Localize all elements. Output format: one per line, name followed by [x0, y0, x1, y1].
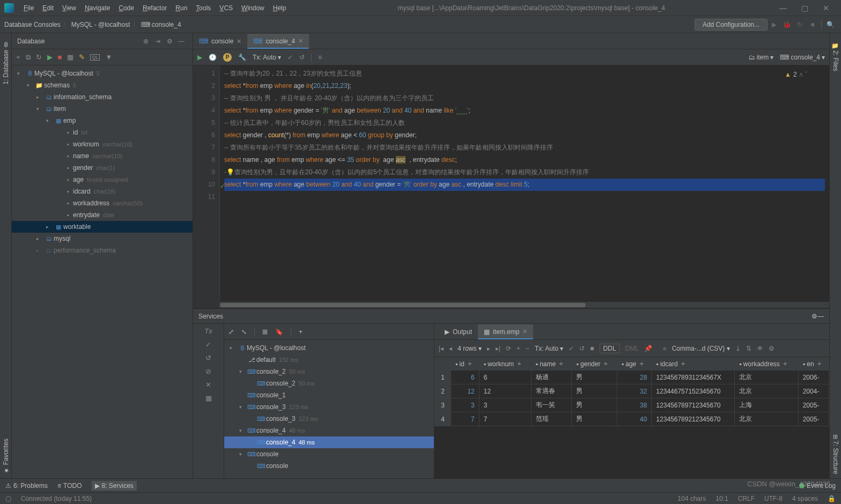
bookmark-icon[interactable]: 🔖: [275, 328, 283, 336]
service-tree-row[interactable]: ▾⌨console_448 ms: [224, 425, 434, 436]
reload-icon[interactable]: ⟳: [506, 345, 511, 352]
rerun-icon[interactable]: ↻: [793, 21, 806, 28]
service-tree-row[interactable]: ▾⌨console: [224, 448, 434, 460]
status-lock-icon[interactable]: 🔒: [828, 495, 836, 502]
tree-row[interactable]: ▪namevarchar(10): [12, 150, 193, 162]
expand-all-icon[interactable]: ⤢: [228, 328, 234, 336]
menu-tools[interactable]: Tools: [191, 2, 215, 14]
problems-tab[interactable]: ⚠ 6: Problems: [5, 482, 48, 490]
tree-row[interactable]: ▪worknumvarchar(10): [12, 138, 193, 150]
collapse-all-icon[interactable]: ⤡: [241, 328, 247, 336]
add-icon[interactable]: +: [16, 53, 20, 61]
service-tree-row[interactable]: ⌨console: [224, 460, 434, 472]
tree-row[interactable]: ▾▦emp: [12, 115, 193, 127]
services-hide-icon[interactable]: —: [817, 313, 824, 320]
services-tab[interactable]: ▶ 8: Services: [92, 481, 137, 491]
tree-row[interactable]: ▾🛢MySQL - @localhost5: [12, 68, 193, 79]
history-icon[interactable]: 🕘: [209, 54, 217, 61]
result-tab[interactable]: ▶Output: [439, 324, 478, 339]
result-grid[interactable]: ▪ id ÷▪ worknum ÷▪ name ÷▪ gender ÷▪ age…: [434, 357, 829, 478]
result-commit-icon[interactable]: ✓: [569, 345, 574, 352]
column-header[interactable]: ▪ gender ÷: [572, 358, 617, 370]
status-indent[interactable]: 4 spaces: [792, 495, 818, 502]
service-tree-row[interactable]: ⌨console_448 ms: [224, 436, 434, 448]
svc-close-icon[interactable]: ✕: [205, 381, 211, 389]
code-editor[interactable]: 12345678910✓11 ▲2 ʌ ˅ -- 查询年龄为20，21，22，2…: [193, 65, 829, 308]
tree-row[interactable]: ▾🗂item: [12, 103, 193, 115]
column-header[interactable]: ▪ idcard ÷: [652, 358, 735, 370]
filter-icon[interactable]: ▼: [105, 53, 112, 61]
menu-vcs[interactable]: VCS: [215, 2, 237, 14]
execute-icon[interactable]: ▶: [47, 53, 53, 61]
table-row[interactable]: 477范瑶男40123456789212345670北京2005-: [435, 412, 829, 426]
last-page-icon[interactable]: ▸|: [496, 345, 500, 352]
settings-icon[interactable]: ⚙: [164, 38, 175, 45]
column-header[interactable]: ▪ en ÷: [798, 358, 829, 370]
rollback-icon[interactable]: ↺: [299, 54, 305, 61]
status-box-icon[interactable]: ▢: [5, 495, 11, 502]
svc-rollback-icon[interactable]: ↺: [205, 354, 211, 362]
stop-db-icon[interactable]: ■: [58, 53, 62, 61]
tx-icon[interactable]: Tx: [204, 327, 212, 335]
group-icon[interactable]: ⊞: [262, 328, 268, 336]
column-header[interactable]: ▪ worknum ÷: [479, 358, 531, 370]
menu-refactor[interactable]: Refactor: [138, 2, 171, 14]
wrench-icon[interactable]: 🔧: [238, 54, 246, 61]
breadcrumb-item[interactable]: ⌨ console_4: [141, 21, 181, 28]
tree-row[interactable]: ▪entrydatedate: [12, 209, 193, 221]
column-header[interactable]: ▪ name ÷: [531, 358, 572, 370]
service-tree-row[interactable]: ⌨console_3123 ms: [224, 413, 434, 425]
favorites-tool-tab[interactable]: ★ Favorites: [1, 434, 11, 478]
format-icon[interactable]: ≡: [318, 54, 322, 61]
svc-cancel-icon[interactable]: ⊘: [205, 367, 211, 375]
column-header[interactable]: ▪ age ÷: [617, 358, 652, 370]
debug-icon[interactable]: 🐞: [780, 21, 793, 28]
database-tool-tab[interactable]: 1: Database 🛢: [1, 38, 11, 89]
stop-icon[interactable]: ■: [806, 21, 819, 28]
next-page-icon[interactable]: ▸: [487, 345, 490, 352]
menu-edit[interactable]: Edit: [38, 2, 58, 14]
column-header[interactable]: ▪ workaddress ÷: [735, 358, 798, 370]
tree-row[interactable]: ▸🗂information_schema: [12, 91, 193, 103]
pin-icon[interactable]: 📌: [644, 345, 652, 352]
refresh-icon[interactable]: ↻: [36, 53, 42, 61]
result-settings-icon[interactable]: ⚙: [769, 345, 774, 352]
result-stop-icon[interactable]: ■: [590, 345, 594, 352]
minimize-button[interactable]: —: [772, 4, 794, 12]
export-icon[interactable]: ⤓: [735, 345, 741, 352]
maximize-button[interactable]: ▢: [794, 4, 815, 12]
add-configuration-button[interactable]: Add Configuration...: [695, 19, 768, 31]
table-row[interactable]: 166杨逍男2812345678931234567X北京2006-: [435, 370, 829, 384]
explain-icon[interactable]: P: [223, 53, 232, 62]
service-tree-row[interactable]: ⌨console_250 ms: [224, 377, 434, 389]
result-rollback-icon[interactable]: ↺: [579, 345, 585, 352]
target-icon[interactable]: ⊕: [140, 38, 152, 45]
horizontal-scrollbar[interactable]: [220, 301, 829, 308]
add-svc-icon[interactable]: +: [299, 328, 303, 336]
structure-tool-tab[interactable]: ⊞ 7: Structure: [831, 430, 840, 478]
tree-row[interactable]: ▸🗂mysql: [12, 233, 193, 244]
service-tree-row[interactable]: ⌨console_1: [224, 389, 434, 401]
dml-button[interactable]: DML: [625, 345, 639, 352]
editor-tab[interactable]: ⌨console_4✕: [247, 34, 309, 49]
result-tx-combo[interactable]: Tx: Auto ▾: [535, 345, 563, 352]
breadcrumb-item[interactable]: Database Consoles: [4, 21, 61, 28]
svc-commit-icon[interactable]: ✓: [205, 340, 211, 349]
tree-row[interactable]: ▸🗂performance_schema: [12, 244, 193, 256]
table-row[interactable]: 21212常遇春男32123446757152345670北京2004-: [435, 384, 829, 398]
editor-tab[interactable]: ⌨console✕: [193, 34, 247, 49]
service-tree-row[interactable]: ▾🛢MySQL - @localhost: [224, 342, 434, 354]
database-tree[interactable]: ▾🛢MySQL - @localhost5▾📁schemas5▸🗂informa…: [12, 65, 193, 478]
remove-row-icon[interactable]: −: [526, 345, 529, 352]
collapse-icon[interactable]: ⇥: [152, 38, 164, 45]
view-icon[interactable]: 👁: [757, 345, 763, 352]
tx-mode-combo[interactable]: Tx: Auto ▾: [253, 54, 281, 61]
result-tab[interactable]: ▦item.emp✕: [478, 324, 533, 339]
ddl-button[interactable]: DDL: [600, 344, 620, 353]
datasource-icon[interactable]: ▦: [67, 53, 73, 61]
tree-row[interactable]: ▸▦worktable: [12, 221, 193, 233]
copy-icon[interactable]: ⧉: [26, 53, 31, 62]
menu-file[interactable]: File: [19, 2, 38, 14]
menu-code[interactable]: Code: [114, 2, 138, 14]
prev-page-icon[interactable]: ◂: [449, 345, 452, 352]
